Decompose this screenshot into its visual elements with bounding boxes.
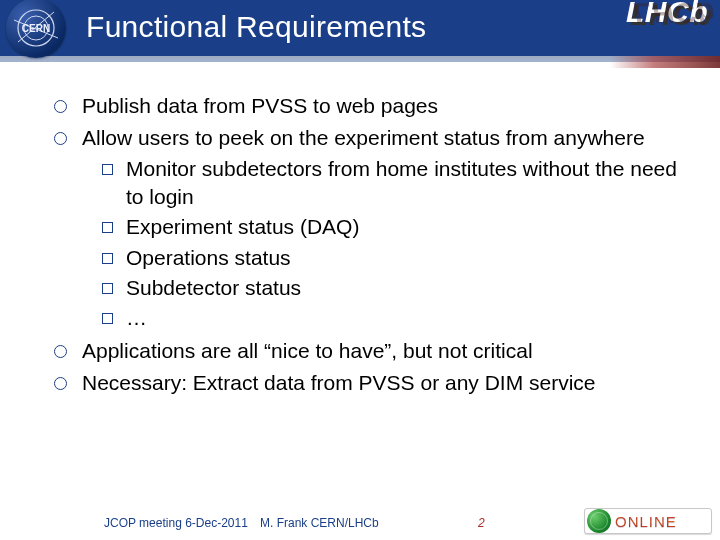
list-item: … <box>96 304 696 332</box>
header-band: CERN Functional Requirements LHCb LHCb <box>0 0 720 56</box>
online-badge-text: ONLINE <box>615 513 677 530</box>
list-item: Publish data from PVSS to web pages <box>48 92 696 120</box>
bullet-list: Publish data from PVSS to web pages Allo… <box>48 92 696 397</box>
footer-event: JCOP meeting 6-Dec-2011 <box>104 516 248 530</box>
list-item-text: Operations status <box>126 246 291 269</box>
list-item-text: Publish data from PVSS to web pages <box>82 94 438 117</box>
list-item: Experiment status (DAQ) <box>96 213 696 241</box>
list-item-text: Monitor subdetectors from home institute… <box>126 157 677 208</box>
list-item-text: Necessary: Extract data from PVSS or any… <box>82 371 596 394</box>
list-item-text: Allow users to peek on the experiment st… <box>82 126 645 149</box>
list-item-text: Subdetector status <box>126 276 301 299</box>
cern-logo-text: CERN <box>22 23 50 34</box>
lhcb-logo-reflection: LHCb <box>633 0 715 30</box>
list-item: Applications are all “nice to have”, but… <box>48 337 696 365</box>
list-item: Necessary: Extract data from PVSS or any… <box>48 369 696 397</box>
list-item: Allow users to peek on the experiment st… <box>48 124 696 332</box>
cern-logo: CERN <box>6 0 66 58</box>
footer-page: 2 <box>478 516 485 530</box>
online-badge: ONLINE <box>584 508 712 534</box>
list-item-text: Applications are all “nice to have”, but… <box>82 339 533 362</box>
list-item: Operations status <box>96 244 696 272</box>
list-item: Subdetector status <box>96 274 696 302</box>
footer-author: M. Frank CERN/LHCb <box>260 516 379 530</box>
globe-icon <box>587 509 611 533</box>
list-item-text: Experiment status (DAQ) <box>126 215 359 238</box>
content-area: Publish data from PVSS to web pages Allo… <box>48 92 696 401</box>
accent-stripe <box>610 56 720 68</box>
list-item: Monitor subdetectors from home institute… <box>96 155 696 212</box>
bullet-sublist: Monitor subdetectors from home institute… <box>96 155 696 333</box>
slide-title: Functional Requirements <box>86 10 426 44</box>
list-item-text: … <box>126 306 147 329</box>
